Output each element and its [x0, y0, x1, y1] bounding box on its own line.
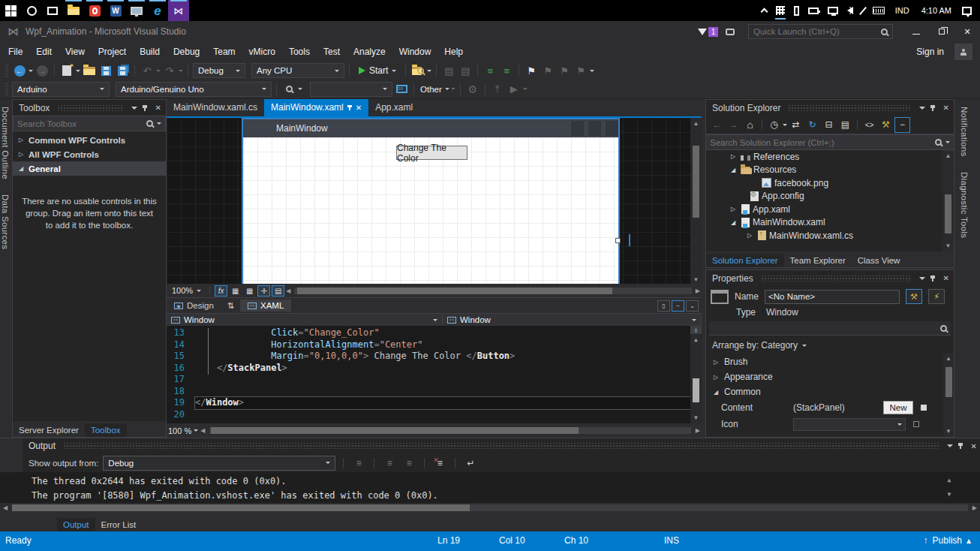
arduino-port-combo[interactable]: Arduino/Genuino Uno [116, 82, 272, 97]
properties-pages-button[interactable]: ▤ [837, 117, 853, 133]
user-account-button[interactable] [954, 44, 972, 60]
toolbox-search[interactable] [13, 116, 166, 131]
decrease-indent-button[interactable]: ≡ [482, 62, 498, 79]
save-all-button[interactable] [115, 62, 130, 79]
design-view-tab[interactable]: ▣Design [167, 300, 221, 312]
collapsed-expander-icon[interactable]: ▷ [729, 153, 738, 160]
back-button[interactable]: ← [709, 117, 725, 133]
split-window-grip[interactable]: ⇕ [690, 326, 702, 334]
refresh-button[interactable]: ↻ [804, 117, 820, 133]
tray-expand-button[interactable] [758, 0, 771, 21]
breadcrumb-window-right[interactable]: <> Window [443, 314, 702, 326]
menu-vmicro[interactable]: vMicro [242, 44, 282, 60]
other-menu-button[interactable]: Other [419, 81, 443, 98]
tray-volume-button[interactable] [843, 0, 857, 21]
toolbox-search-input[interactable] [17, 119, 143, 128]
code-line-15[interactable]: 15 Margin="0,10,0,0"> Change The Color <… [167, 351, 702, 363]
vertical-split-button[interactable]: ▯ [657, 300, 670, 312]
remote-desktop-button[interactable] [126, 0, 147, 21]
output-header[interactable]: Output ✕ [0, 438, 980, 453]
arrange-by-selector[interactable]: Arrange by: Category [706, 336, 954, 354]
scroll-thumb[interactable] [297, 288, 612, 294]
pin-icon[interactable] [144, 105, 146, 111]
view-code-button[interactable]: <> [861, 117, 877, 133]
tab-team-explorer[interactable]: Team Explorer [784, 254, 852, 267]
section-common[interactable]: ◢ Common [706, 384, 954, 399]
tab-diagnostic-tools[interactable]: Diagnostic Tools [959, 164, 969, 245]
undo-button[interactable]: ↶ [140, 62, 155, 79]
status-line[interactable]: Ln 19 [437, 535, 460, 546]
menu-project[interactable]: Project [92, 44, 133, 60]
status-character[interactable]: Ch 10 [564, 535, 588, 546]
output-text[interactable]: The thread 0x2644 has exited with code 0… [0, 472, 980, 503]
menu-window[interactable]: Window [392, 44, 438, 60]
output-scrollbar[interactable]: ▲ ▼ [944, 474, 954, 501]
pin-icon[interactable] [932, 276, 933, 282]
menu-test[interactable]: Test [317, 44, 347, 60]
search-options-dropdown[interactable] [945, 141, 950, 143]
solution-search-input[interactable] [710, 138, 931, 147]
pin-icon[interactable] [960, 443, 961, 449]
close-icon[interactable]: ✕ [940, 104, 952, 112]
menu-file[interactable]: File [2, 44, 29, 60]
scroll-up-icon[interactable]: ▲ [693, 118, 699, 129]
quick-launch[interactable] [748, 24, 893, 39]
arduino-search-dropdown[interactable] [298, 88, 302, 90]
uncomment-button[interactable]: ▤ [458, 62, 473, 79]
redo-dropdown[interactable] [179, 70, 183, 72]
toolbar-grip[interactable] [5, 65, 8, 77]
minimize-button[interactable] [903, 22, 929, 41]
toggle-word-wrap-button[interactable]: ↵ [463, 456, 478, 471]
scroll-down-icon[interactable]: ▼ [945, 426, 951, 437]
opera-button[interactable] [84, 0, 105, 21]
notification-count-badge[interactable]: 1 [708, 27, 718, 37]
next-bookmark-button[interactable]: ⚑ [557, 62, 572, 79]
properties-scrollbar[interactable]: ▲ ▼ [943, 353, 954, 437]
close-icon[interactable]: ✕ [356, 104, 362, 112]
properties-button[interactable]: ⚒ [878, 117, 894, 133]
sign-in-link[interactable]: Sign in [906, 47, 954, 57]
tree-item-facebook-png[interactable]: facebook.png [706, 176, 954, 190]
tray-network-button[interactable] [824, 0, 842, 21]
scroll-right-icon[interactable]: ▶ [696, 285, 700, 297]
collapse-pane-button[interactable]: ⌄ [686, 300, 699, 312]
xaml-code-editor[interactable]: 13 Click="Change_Color"14 HorizontalAlig… [167, 326, 702, 423]
tray-pen-button[interactable] [858, 0, 867, 21]
editor-horizontal-scrollbar[interactable] [209, 427, 690, 434]
scroll-down-icon[interactable]: ▼ [693, 274, 699, 284]
tab-solution-explorer[interactable]: Solution Explorer [706, 254, 784, 267]
sync-with-active-document-button[interactable]: ⇄ [788, 117, 804, 133]
code-line-19[interactable]: 19</Window> [167, 397, 702, 409]
designed-window[interactable]: MainWindow Change The Color [242, 118, 620, 284]
pending-changes-filter-button[interactable]: ◷ [766, 117, 782, 133]
code-line-18[interactable]: 18 [167, 386, 702, 398]
solution-explorer-search[interactable] [706, 134, 954, 150]
word-button[interactable]: W [105, 0, 126, 21]
menu-view[interactable]: View [59, 44, 92, 60]
arduino-example-combo[interactable] [310, 82, 392, 97]
verify-button[interactable]: ▶ [507, 81, 522, 98]
change-color-button[interactable]: Change The Color [396, 146, 467, 160]
window-position-dropdown[interactable] [919, 277, 925, 280]
tab-mainwindow-xaml[interactable]: MainWindow.xaml ✕ [264, 99, 368, 116]
other-overflow-dropdown[interactable] [451, 88, 455, 90]
save-button[interactable] [98, 62, 113, 79]
forward-button[interactable]: → [726, 117, 741, 133]
tray-usb-button[interactable] [790, 0, 803, 21]
expanded-expander-icon[interactable]: ◢ [729, 219, 738, 226]
editor-vertical-scrollbar[interactable]: ⇕ ▲ ▼ [690, 326, 702, 423]
scroll-up-icon[interactable]: ▲ [945, 353, 951, 364]
visual-studio-taskbar-button[interactable]: ⋈ [168, 0, 189, 21]
quick-launch-input[interactable] [753, 27, 881, 36]
output-horizontal-scrollbar[interactable] [12, 504, 968, 511]
horizontal-split-button[interactable]: − [672, 300, 684, 312]
cortana-button[interactable] [21, 0, 42, 21]
tray-keyboard-button[interactable] [869, 0, 888, 21]
scroll-right-icon[interactable]: ▶ [696, 425, 700, 436]
go-to-next-message-button[interactable]: ≡ [401, 456, 416, 471]
feedback-icon[interactable] [726, 29, 735, 35]
properties-search[interactable] [709, 321, 951, 336]
scroll-down-icon[interactable]: ▼ [948, 488, 951, 501]
events-mode-button[interactable]: ⚡ [928, 289, 945, 304]
designer-zoom-combo[interactable]: 100% [168, 285, 205, 297]
